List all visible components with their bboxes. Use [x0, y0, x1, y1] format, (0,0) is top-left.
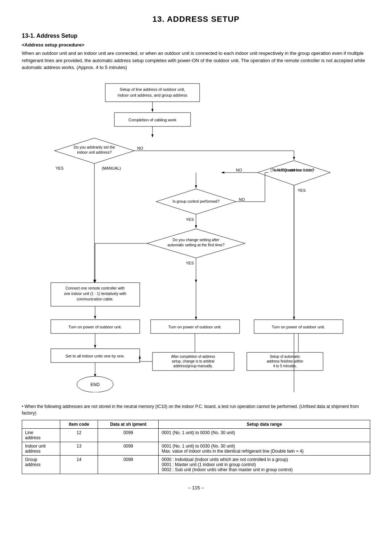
svg-text:indoor unit address?: indoor unit address? [77, 150, 111, 154]
cell-code: 13 [60, 442, 98, 455]
svg-text:Set to all indoor units one by: Set to all indoor units one by one. [65, 354, 124, 358]
svg-text:Setup of line address of outdo: Setup of line address of outdoor unit, [120, 87, 185, 92]
svg-rect-47 [51, 320, 140, 333]
cell-item: Indoor unit address [22, 442, 60, 455]
cell-item: Group address [22, 455, 60, 474]
cell-code: 14 [60, 455, 98, 474]
svg-text:setup, change is to arbitral: setup, change is to arbitral [172, 359, 214, 363]
cell-range: 0001 (No. 1 unit) to 0030 (No. 30 unit) [159, 428, 370, 442]
svg-text:one indoor unit (1 : 1) tentat: one indoor unit (1 : 1) tentatively with [64, 291, 126, 296]
table-row: Indoor unit address1300990001 (No. 1 uni… [22, 442, 370, 455]
bullet-note: • When the following addresses are not s… [22, 403, 370, 416]
svg-text:communication cable.: communication cable. [77, 297, 114, 301]
cell-range: 0000 : Individual (Indoor units which ar… [159, 455, 370, 474]
table-row: Line address1200990001 (No. 1 unit) to 0… [22, 428, 370, 442]
svg-point-75 [77, 376, 113, 392]
page-number: – 115 – [22, 485, 370, 490]
svg-rect-52 [254, 320, 343, 333]
col-header-code: Item code [60, 420, 98, 428]
section-title: 13-1. Address Setup [22, 33, 370, 39]
svg-rect-40 [51, 283, 140, 306]
svg-text:NO: NO [239, 197, 245, 202]
flowchart: Setup of line address of outdoor unit, i… [22, 80, 370, 392]
svg-text:Completion of cabling work: Completion of cabling work [128, 118, 177, 122]
col-header-range: Setup data range [159, 420, 370, 428]
table-row: Group address1400990000 : Individual (In… [22, 455, 370, 474]
cell-shipment: 0099 [98, 442, 159, 455]
col-header-item [22, 420, 60, 428]
svg-text:indoor unit address, and group: indoor unit address, and group address [118, 93, 187, 97]
bullet-symbol: • [22, 404, 23, 409]
cell-shipment: 0099 [98, 455, 159, 474]
svg-rect-5 [114, 113, 191, 126]
svg-marker-19 [258, 161, 330, 185]
svg-text:address/group manually.: address/group manually. [173, 364, 213, 368]
svg-text:YES: YES [298, 188, 306, 193]
svg-rect-1 [105, 84, 200, 102]
svg-text:address finishes within: address finishes within [267, 359, 303, 363]
svg-marker-35 [147, 229, 245, 258]
svg-text:(To AUTO address mode): (To AUTO address mode) [270, 168, 314, 172]
svg-text:NO: NO [236, 168, 242, 172]
data-table: Item code Data at sh ipment Setup data r… [22, 420, 370, 474]
svg-text:4 to 5 minutes.: 4 to 5 minutes. [273, 364, 297, 368]
svg-text:Is refrigerant line 1 line?: Is refrigerant line 1 line? [274, 168, 314, 172]
svg-text:YES: YES [186, 217, 194, 222]
svg-text:Connect one remote controller : Connect one remote controller with [66, 286, 125, 290]
svg-text:automatic setting at the first: automatic setting at the first time? [168, 243, 225, 247]
svg-text:Do you change setting after: Do you change setting after [173, 238, 220, 242]
svg-text:Turn on power of outdoor unit.: Turn on power of outdoor unit. [272, 325, 325, 329]
svg-text:After completion of address: After completion of address [171, 355, 215, 359]
svg-text:YES: YES [186, 261, 194, 265]
cell-item: Line address [22, 428, 60, 442]
svg-text:NO: NO [137, 146, 143, 150]
svg-marker-8 [54, 138, 134, 163]
cell-shipment: 0099 [98, 428, 159, 442]
svg-text:Is group control performed?: Is group control performed? [173, 199, 220, 203]
col-header-shipment: Data at sh ipment [98, 420, 159, 428]
svg-text:Do you arbitrarily set the: Do you arbitrarily set the [74, 145, 115, 149]
intro-text: When an outdoor unit and an indoor unit … [22, 50, 370, 71]
bullet-text: When the following addresses are not sto… [22, 404, 359, 416]
svg-text:END: END [90, 382, 100, 387]
svg-text:Turn on power of outdoor unit.: Turn on power of outdoor unit. [69, 325, 122, 329]
svg-marker-26 [156, 189, 236, 214]
subsection-title: <Address setup procedure> [22, 42, 370, 48]
svg-rect-58 [51, 349, 140, 363]
svg-text:Turn on power of outdoor unit.: Turn on power of outdoor unit. [168, 325, 222, 329]
svg-text:Setup of automatic: Setup of automatic [270, 355, 300, 359]
cell-range: 0001 (No. 1 unit) to 0030 (No. 30 unit) … [159, 442, 370, 455]
svg-rect-49 [151, 320, 240, 333]
svg-text:YES: YES [56, 166, 64, 170]
cell-code: 12 [60, 428, 98, 442]
svg-text:(MANUAL): (MANUAL) [102, 166, 121, 170]
page-title: 13. ADDRESS SETUP [22, 15, 370, 24]
